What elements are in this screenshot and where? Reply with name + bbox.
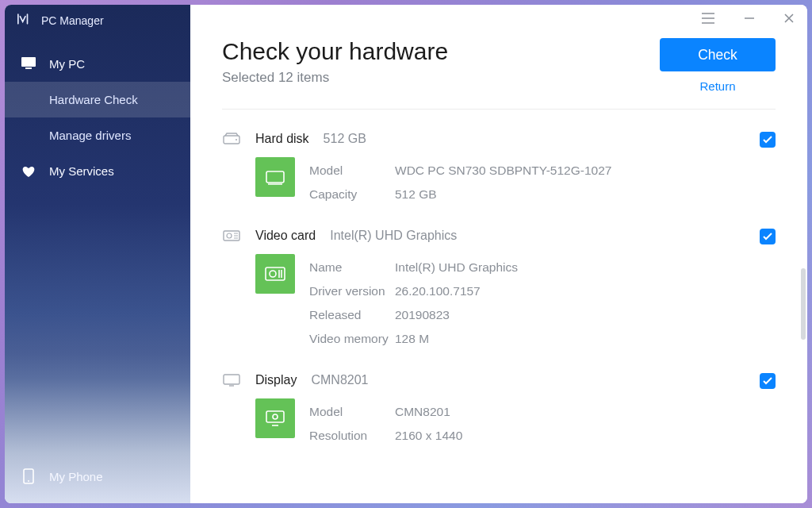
sidebar-item-my-pc[interactable]: My PC	[5, 45, 190, 82]
svg-rect-1	[25, 67, 32, 69]
svg-rect-6	[266, 171, 284, 183]
minimize-icon[interactable]	[739, 10, 760, 27]
sidebar-item-label: Hardware Check	[49, 93, 138, 106]
svg-point-13	[273, 414, 278, 419]
table-row: Resolution2160 x 1440	[309, 424, 776, 448]
main-panel: Check your hardware Selected 12 items Ch…	[190, 5, 807, 503]
hw-section-display: Display CMN8201 ModelCMN8201 Resolution2…	[222, 351, 776, 448]
hw-section-video-card: Video card Intel(R) UHD Graphics NameInt…	[222, 206, 776, 351]
app-title-bar: PC Manager	[5, 5, 190, 42]
window-controls	[696, 10, 799, 27]
hw-name: Hard disk	[255, 132, 309, 146]
page-title: Check your hardware	[222, 38, 448, 65]
hw-header[interactable]: Video card Intel(R) UHD Graphics	[222, 229, 776, 243]
disk-outline-icon	[222, 133, 241, 145]
sidebar-item-label: My PC	[49, 57, 85, 71]
sidebar-item-label: Manage drivers	[49, 129, 131, 142]
display-outline-icon	[222, 374, 241, 387]
monitor-icon	[21, 56, 36, 71]
sidebar-nav: My PC Hardware Check Manage drivers My S…	[5, 42, 190, 189]
hw-checkbox[interactable]	[760, 132, 776, 148]
disk-tile-icon	[255, 157, 295, 197]
app-logo-icon	[17, 13, 33, 28]
table-row: Released20190823	[309, 303, 776, 327]
hw-summary: Intel(R) UHD Graphics	[330, 229, 457, 243]
hw-checkbox[interactable]	[760, 373, 776, 389]
hw-header[interactable]: Hard disk 512 GB	[222, 132, 776, 146]
table-row: Video memory128 M	[309, 327, 776, 351]
sidebar-item-label: My Phone	[49, 470, 103, 483]
return-link[interactable]: Return	[660, 79, 776, 93]
phone-icon	[21, 468, 36, 484]
svg-point-3	[28, 480, 29, 482]
table-row: Capacity512 GB	[309, 183, 776, 206]
sidebar: PC Manager My PC Hardware Check Manage d…	[5, 5, 190, 503]
svg-point-5	[236, 139, 237, 140]
gpu-tile-icon	[255, 254, 295, 294]
hw-name: Display	[255, 373, 297, 387]
hw-checkbox[interactable]	[760, 229, 776, 244]
sidebar-item-my-services[interactable]: My Services	[5, 153, 190, 189]
svg-point-10	[270, 271, 276, 277]
svg-rect-11	[224, 375, 239, 384]
hw-header[interactable]: Display CMN8201	[222, 373, 776, 387]
hardware-list: Hard disk 512 GB ModelWDC PC SN730 SDBPN…	[190, 110, 807, 473]
table-row: ModelWDC PC SN730 SDBPNTY-512G-1027	[309, 159, 776, 183]
table-row: Driver version26.20.100.7157	[309, 279, 776, 303]
sidebar-item-manage-drivers[interactable]: Manage drivers	[5, 117, 190, 153]
svg-rect-0	[21, 57, 36, 67]
table-row: NameIntel(R) UHD Graphics	[309, 256, 776, 279]
display-tile-icon	[255, 398, 295, 438]
sidebar-item-my-phone[interactable]: My Phone	[5, 457, 190, 495]
table-row: ModelCMN8201	[309, 400, 776, 424]
check-button[interactable]: Check	[660, 38, 776, 71]
svg-rect-12	[266, 411, 284, 422]
hw-summary: 512 GB	[324, 132, 366, 146]
scrollbar-thumb[interactable]	[801, 268, 806, 340]
gpu-outline-icon	[222, 229, 241, 242]
hw-section-hard-disk: Hard disk 512 GB ModelWDC PC SN730 SDBPN…	[222, 110, 776, 206]
sidebar-item-label: My Services	[49, 164, 114, 178]
close-icon[interactable]	[779, 10, 799, 27]
hw-summary: CMN8201	[311, 373, 368, 387]
heart-icon	[21, 165, 36, 178]
hamburger-menu-icon[interactable]	[696, 10, 720, 27]
svg-point-8	[227, 233, 232, 238]
app-title: PC Manager	[41, 14, 104, 27]
sidebar-item-hardware-check[interactable]: Hardware Check	[5, 82, 190, 117]
page-subtitle: Selected 12 items	[222, 70, 448, 86]
hw-name: Video card	[255, 229, 316, 243]
